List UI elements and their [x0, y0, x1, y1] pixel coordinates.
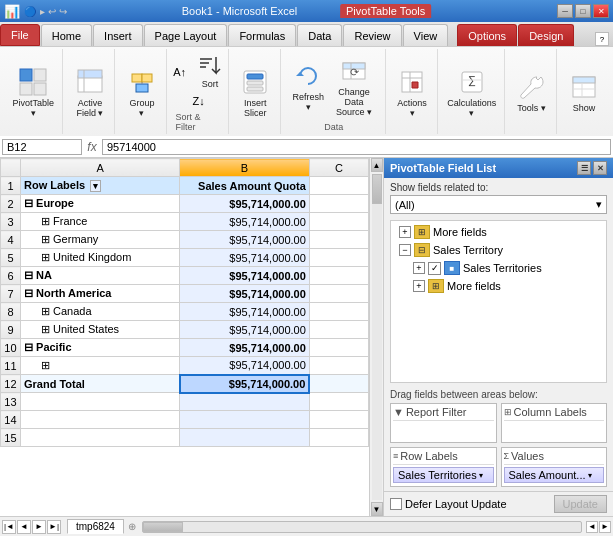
- vertical-scrollbar[interactable]: ▲ ▼: [369, 158, 383, 516]
- tab-home[interactable]: Home: [41, 24, 92, 46]
- pivot-close-button[interactable]: ✕: [593, 161, 607, 175]
- maximize-button[interactable]: □: [575, 4, 591, 18]
- cell-b10[interactable]: $95,714,000.00: [180, 339, 310, 357]
- scroll-thumb[interactable]: [372, 174, 382, 204]
- cell-c2[interactable]: [309, 195, 368, 213]
- col-header-a[interactable]: A: [20, 159, 179, 177]
- cell-b8[interactable]: $95,714,000.00: [180, 303, 310, 321]
- pivot-options-button[interactable]: ☰: [577, 161, 591, 175]
- cell-a11[interactable]: ⊞: [20, 357, 179, 375]
- sheet-tab-tmp6824[interactable]: tmp6824: [67, 519, 124, 534]
- cell-b9[interactable]: $95,714,000.00: [180, 321, 310, 339]
- name-box[interactable]: [2, 139, 82, 155]
- show-fields-dropdown[interactable]: (All) ▾: [390, 195, 607, 214]
- cell-c11[interactable]: [309, 357, 368, 375]
- defer-layout-update-checkbox[interactable]: Defer Layout Update: [390, 498, 507, 510]
- filter-dropdown-a1[interactable]: ▾: [90, 180, 101, 192]
- calculations-button[interactable]: ∑ Calculations ▾: [442, 63, 501, 121]
- col-header-b[interactable]: B: [180, 159, 310, 177]
- cell-a13[interactable]: [20, 393, 179, 411]
- pivot-group-sales-territory[interactable]: − ⊟ Sales Territory: [397, 241, 600, 259]
- cell-c9[interactable]: [309, 321, 368, 339]
- cell-c7[interactable]: [309, 285, 368, 303]
- cell-b4[interactable]: $95,714,000.00: [180, 231, 310, 249]
- cell-a5[interactable]: ⊞ United Kingdom: [20, 249, 179, 267]
- h-scroll-thumb[interactable]: [143, 522, 183, 532]
- tab-review[interactable]: Review: [343, 24, 401, 46]
- defer-checkbox-input[interactable]: [390, 498, 402, 510]
- sheet-nav-last[interactable]: ►|: [47, 520, 61, 534]
- help-button[interactable]: ?: [595, 32, 609, 46]
- cell-c12[interactable]: [309, 375, 368, 393]
- expand-icon-uk[interactable]: ⊞: [41, 251, 50, 263]
- cell-a12[interactable]: Grand Total: [20, 375, 179, 393]
- chip-arrow-icon-row[interactable]: ▾: [479, 471, 483, 480]
- sort-az-button[interactable]: A↑: [169, 52, 190, 92]
- sales-amount-chip[interactable]: Sales Amount... ▾: [504, 467, 605, 483]
- cell-c15[interactable]: [309, 429, 368, 447]
- expand-more-fields-2[interactable]: +: [413, 280, 425, 292]
- cell-a3[interactable]: ⊞ France: [20, 213, 179, 231]
- window-controls[interactable]: ─ □ ✕: [557, 4, 609, 18]
- tab-data[interactable]: Data: [297, 24, 342, 46]
- h-scroll-left[interactable]: ◄: [586, 521, 598, 533]
- chip-arrow-icon-values[interactable]: ▾: [588, 471, 592, 480]
- collapse-icon-na2[interactable]: ⊟: [24, 287, 33, 299]
- tab-page-layout[interactable]: Page Layout: [144, 24, 228, 46]
- tab-file[interactable]: File: [0, 24, 40, 46]
- cell-a2[interactable]: ⊟ Europe: [20, 195, 179, 213]
- actions-button[interactable]: Actions ▾: [391, 63, 433, 121]
- scroll-down-button[interactable]: ▼: [371, 502, 383, 516]
- sort-za-button[interactable]: Z↓: [189, 93, 209, 109]
- tab-options[interactable]: Options: [457, 24, 517, 46]
- cell-b11[interactable]: $95,714,000.00: [180, 357, 310, 375]
- cell-a1[interactable]: Row Labels ▾: [20, 177, 179, 195]
- scroll-up-button[interactable]: ▲: [371, 158, 383, 172]
- expand-icon-11[interactable]: ⊞: [41, 359, 50, 371]
- sort-button[interactable]: Sort: [192, 52, 228, 92]
- cell-a8[interactable]: ⊞ Canada: [20, 303, 179, 321]
- collapse-icon-europe[interactable]: ⊟: [24, 197, 33, 209]
- cell-c4[interactable]: [309, 231, 368, 249]
- change-data-source-button[interactable]: ⟳ Change DataSource ▾: [330, 52, 379, 120]
- pivot-field-more-fields-1[interactable]: + ⊞ More fields: [397, 223, 600, 241]
- pivot-field-more-fields-2[interactable]: + ⊞ More fields: [397, 277, 600, 295]
- cell-b5[interactable]: $95,714,000.00: [180, 249, 310, 267]
- sheet-nav-prev[interactable]: ◄: [17, 520, 31, 534]
- cell-b15[interactable]: [180, 429, 310, 447]
- cell-c10[interactable]: [309, 339, 368, 357]
- tab-view[interactable]: View: [403, 24, 449, 46]
- cell-b6[interactable]: $95,714,000.00: [180, 267, 310, 285]
- sheet-nav-next[interactable]: ►: [32, 520, 46, 534]
- checkbox-sales-territories[interactable]: ✓: [428, 262, 441, 275]
- expand-icon-france[interactable]: ⊞: [41, 215, 50, 227]
- cell-a14[interactable]: [20, 411, 179, 429]
- tab-formulas[interactable]: Formulas: [228, 24, 296, 46]
- collapse-icon-pacific[interactable]: ⊟: [24, 341, 33, 353]
- tab-insert[interactable]: Insert: [93, 24, 143, 46]
- expand-icon-canada[interactable]: ⊞: [41, 305, 50, 317]
- cell-a7[interactable]: ⊟ North America: [20, 285, 179, 303]
- cell-c1[interactable]: [309, 177, 368, 195]
- cell-c14[interactable]: [309, 411, 368, 429]
- collapse-icon-na[interactable]: ⊟: [24, 269, 33, 281]
- cell-a4[interactable]: ⊞ Germany: [20, 231, 179, 249]
- cell-c8[interactable]: [309, 303, 368, 321]
- show-button[interactable]: Show: [563, 68, 605, 116]
- sales-territories-chip[interactable]: Sales Territories ▾: [393, 467, 494, 483]
- pivot-field-sales-territories[interactable]: + ✓ ■ Sales Territories: [397, 259, 600, 277]
- update-button[interactable]: Update: [554, 495, 607, 513]
- cell-b1[interactable]: Sales Amount Quota: [180, 177, 310, 195]
- insert-slicer-button[interactable]: InsertSlicer: [234, 63, 276, 121]
- group-button[interactable]: Group ▾: [121, 63, 163, 121]
- minimize-button[interactable]: ─: [557, 4, 573, 18]
- formula-input[interactable]: [102, 139, 611, 155]
- refresh-button[interactable]: Refresh ▾: [289, 57, 328, 115]
- cell-a6[interactable]: ⊟ NA: [20, 267, 179, 285]
- cell-b12[interactable]: $95,714,000.00: [180, 375, 310, 393]
- h-scroll-right[interactable]: ►: [599, 521, 611, 533]
- horizontal-scrollbar[interactable]: [142, 521, 582, 533]
- expand-icon-germany[interactable]: ⊞: [41, 233, 50, 245]
- cell-c5[interactable]: [309, 249, 368, 267]
- cell-c3[interactable]: [309, 213, 368, 231]
